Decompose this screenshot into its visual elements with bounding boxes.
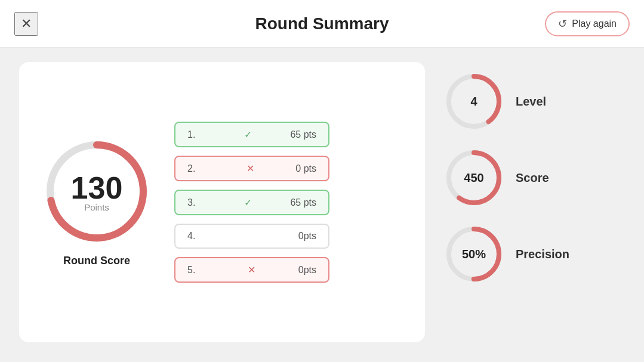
stat-row-score: 450 Score — [444, 148, 569, 208]
q2-icon: ✕ — [245, 163, 257, 174]
main-content: 130 Points Round Score 1. ✓ 65 pts 2. ✕ … — [0, 48, 644, 362]
q5-num: 5. — [187, 265, 205, 276]
q4-pts: 0pts — [298, 231, 316, 242]
question-row-1: 1. ✓ 65 pts — [174, 122, 329, 147]
precision-circle: 50% — [444, 224, 504, 284]
q1-num: 1. — [187, 129, 205, 140]
precision-value: 50% — [462, 247, 486, 261]
stats-panel: 4 Level 450 Score 50% — [444, 62, 569, 284]
level-label: Level — [516, 95, 546, 109]
q3-pts: 65 pts — [290, 197, 316, 208]
round-score-card: 130 Points Round Score 1. ✓ 65 pts 2. ✕ … — [19, 62, 425, 342]
q3-num: 3. — [187, 197, 205, 208]
refresh-icon: ↺ — [558, 17, 567, 30]
round-score-label: Round Score — [63, 255, 130, 267]
q2-pts: 0 pts — [295, 163, 316, 174]
close-button[interactable]: ✕ — [14, 12, 38, 36]
question-row-4: 4. 0pts — [174, 224, 329, 249]
score-circle: 130 Points — [43, 138, 150, 245]
level-value: 4 — [470, 95, 477, 109]
q5-icon: ✕ — [246, 264, 258, 276]
question-row-3: 3. ✓ 65 pts — [174, 190, 329, 215]
play-again-label: Play again — [572, 18, 617, 29]
score-label: Score — [516, 171, 549, 185]
q2-num: 2. — [187, 163, 205, 174]
questions-list: 1. ✓ 65 pts 2. ✕ 0 pts 3. ✓ 65 pts 4. 0p… — [174, 122, 329, 283]
q1-icon: ✓ — [242, 129, 254, 140]
q4-num: 4. — [187, 231, 205, 242]
page-title: Round Summary — [255, 14, 389, 33]
score-points-label: Points — [84, 202, 109, 212]
score-circle-section: 130 Points Round Score — [43, 138, 150, 267]
question-row-2: 2. ✕ 0 pts — [174, 156, 329, 181]
stat-row-level: 4 Level — [444, 72, 569, 131]
q1-pts: 65 pts — [290, 129, 316, 140]
q3-icon: ✓ — [242, 197, 254, 208]
precision-label: Precision — [516, 247, 569, 261]
score-stat-value: 450 — [464, 171, 483, 185]
score-value: 130 — [71, 170, 123, 206]
score-stat-circle: 450 — [444, 148, 504, 208]
stat-row-precision: 50% Precision — [444, 224, 569, 284]
question-row-5: 5. ✕ 0pts — [174, 257, 329, 283]
q5-pts: 0pts — [298, 265, 316, 276]
level-circle: 4 — [444, 72, 504, 131]
header: ✕ Round Summary ↺ Play again — [0, 0, 644, 48]
play-again-button[interactable]: ↺ Play again — [545, 11, 630, 36]
